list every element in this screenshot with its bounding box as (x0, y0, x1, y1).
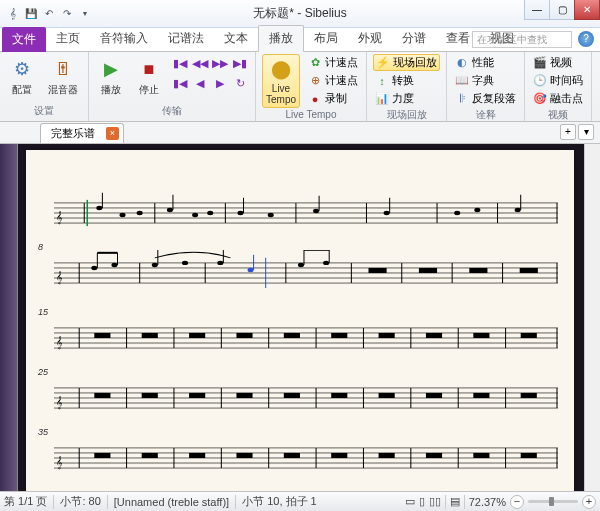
tab-text[interactable]: 文本 (214, 26, 258, 51)
svg-rect-151 (521, 453, 537, 458)
rewind-button[interactable]: ◀◀ (191, 54, 209, 72)
svg-rect-92 (284, 333, 300, 338)
step-fwd-button[interactable]: ▶ (211, 74, 229, 92)
stop-icon: ■ (137, 57, 161, 81)
view-pages-icon[interactable]: ▤ (450, 495, 460, 508)
tab-appearance[interactable]: 外观 (348, 26, 392, 51)
live-tempo-button[interactable]: ⬤Live Tempo (262, 54, 300, 108)
bolt-icon: ⚡ (376, 56, 390, 70)
gauge-icon: ◐ (455, 56, 469, 70)
svg-rect-95 (426, 333, 442, 338)
qat-save-icon[interactable]: 💾 (24, 7, 38, 21)
clear-button[interactable]: ✿计速点 (306, 54, 360, 71)
svg-rect-67 (368, 268, 386, 273)
svg-rect-119 (284, 393, 300, 398)
svg-rect-70 (520, 268, 538, 273)
svg-point-54 (152, 263, 158, 267)
step-back-button[interactable]: ◀ (191, 74, 209, 92)
rewind-start-button[interactable]: ▮◀ (171, 54, 189, 72)
staff-row: 25 𝄞 (54, 375, 558, 427)
transform-button[interactable]: ↕转换 (373, 72, 440, 89)
svg-rect-96 (473, 333, 489, 338)
timecode-button[interactable]: 🕒时间码 (531, 72, 585, 89)
ribbon-search-input[interactable]: 在功能区中查找 (472, 31, 572, 48)
tab-file[interactable]: 文件 (2, 27, 46, 52)
maximize-button[interactable]: ▢ (549, 0, 575, 20)
score-page: 𝄞 8 𝄞 (26, 150, 574, 491)
staff-row: 𝄞 (54, 190, 558, 242)
zoom-in-button[interactable]: + (582, 495, 596, 509)
svg-point-59 (248, 268, 254, 272)
repeats-button[interactable]: 𝄆反复段落 (453, 90, 518, 107)
tab-home[interactable]: 主页 (46, 26, 90, 51)
svg-point-23 (237, 211, 243, 215)
config-button[interactable]: ⚙配置 (6, 54, 38, 100)
qat-redo-icon[interactable]: ↷ (60, 7, 74, 21)
qat-dropdown-icon[interactable]: ▼ (78, 7, 92, 21)
tab-noteinput[interactable]: 音符输入 (90, 26, 158, 51)
svg-rect-117 (189, 393, 205, 398)
svg-rect-93 (331, 333, 347, 338)
svg-point-32 (515, 208, 521, 212)
stop-button[interactable]: ■停止 (133, 54, 165, 100)
tab-notation[interactable]: 记谱法 (158, 26, 214, 51)
play-button[interactable]: ▶播放 (95, 54, 127, 100)
score-canvas[interactable]: 𝄞 8 𝄞 (18, 144, 584, 491)
tab-menu-button[interactable]: ▾ (578, 124, 594, 140)
measure-number: 35 (38, 427, 48, 437)
svg-rect-88 (94, 333, 110, 338)
video-button[interactable]: 🎬视频 (531, 54, 585, 71)
liveplay-toggle[interactable]: ⚡现场回放 (373, 54, 440, 71)
move-line-back-button[interactable]: ▮◀ (171, 74, 189, 92)
replay-button[interactable]: ↻ (231, 74, 249, 92)
tab-parts[interactable]: 分谱 (392, 26, 436, 51)
record-button[interactable]: ●录制 (306, 90, 360, 107)
svg-point-56 (182, 261, 188, 265)
mixer-button[interactable]: 🎚混音器 (44, 54, 82, 100)
timecode-icon: 🕒 (533, 74, 547, 88)
svg-text:𝄞: 𝄞 (56, 211, 63, 225)
hitpoint-icon: 🎯 (533, 92, 547, 106)
zoom-out-button[interactable]: − (510, 495, 524, 509)
svg-rect-149 (426, 453, 442, 458)
svg-point-30 (454, 211, 460, 215)
dictionary-button[interactable]: 📖字典 (453, 72, 518, 89)
vertical-scrollbar[interactable] (584, 144, 600, 491)
performance-button[interactable]: ◐性能 (453, 54, 518, 71)
svg-point-15 (96, 206, 102, 210)
svg-rect-120 (331, 393, 347, 398)
svg-rect-91 (236, 333, 252, 338)
staff-row: 8 𝄞 (54, 250, 558, 302)
view-spread-icon[interactable]: ▯▯ (429, 495, 441, 508)
hitpoint-button[interactable]: 🎯融击点 (531, 90, 585, 107)
svg-point-57 (217, 261, 223, 265)
svg-text:𝄞: 𝄞 (56, 336, 63, 350)
svg-text:𝄞: 𝄞 (56, 456, 63, 470)
view-panorama-icon[interactable]: ▭ (405, 495, 415, 508)
group-liveplay-label: 现场回放 (373, 107, 440, 123)
svg-rect-115 (94, 393, 110, 398)
zoom-slider[interactable] (528, 500, 578, 503)
tab-layout[interactable]: 布局 (304, 26, 348, 51)
svg-rect-68 (419, 268, 437, 273)
qat-undo-icon[interactable]: ↶ (42, 7, 56, 21)
navigator-strip[interactable] (0, 144, 18, 491)
document-tab[interactable]: 完整乐谱 × (40, 123, 124, 143)
velocity-button[interactable]: 📊力度 (373, 90, 440, 107)
clear-icon: ✿ (308, 56, 322, 70)
tab-play[interactable]: 播放 (258, 25, 304, 52)
help-button[interactable]: ? (578, 31, 594, 47)
status-zoom[interactable]: 72.37% (469, 496, 506, 508)
timing-button[interactable]: ⊕计速点 (306, 72, 360, 89)
forward-button[interactable]: ▶▶ (211, 54, 229, 72)
view-single-icon[interactable]: ▯ (419, 495, 425, 508)
status-page[interactable]: 第 1/1 页 (4, 494, 47, 509)
svg-point-21 (192, 213, 198, 217)
svg-point-22 (207, 211, 213, 215)
svg-point-17 (120, 213, 126, 217)
new-tab-button[interactable]: + (560, 124, 576, 140)
forward-end-button[interactable]: ▶▮ (231, 54, 249, 72)
close-button[interactable]: ✕ (574, 0, 600, 20)
minimize-button[interactable]: — (524, 0, 550, 20)
close-tab-button[interactable]: × (106, 127, 119, 140)
